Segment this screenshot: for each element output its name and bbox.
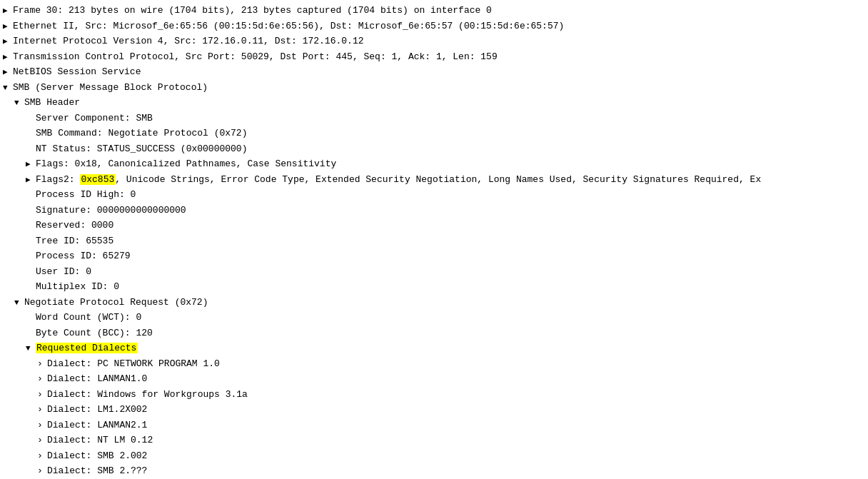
tree-row-dialect-6[interactable]: Dialect: NT LM 0.12	[0, 433, 868, 448]
tree-row-multiplex-id[interactable]: Multiplex ID: 0	[0, 279, 868, 295]
expander-tcp[interactable]	[3, 51, 13, 64]
row-text-reserved: Reserved: 0000	[36, 218, 113, 233]
row-text-dialect-4: Dialect: LM1.2X002	[47, 403, 147, 417]
row-text-server-component: Server Component: SMB	[36, 111, 153, 126]
row-text-ip: Internet Protocol Version 4, Src: 172.16…	[13, 34, 363, 49]
row-text-dialect-2: Dialect: LANMAN1.0	[47, 372, 147, 386]
tree-row-netbios[interactable]: NetBIOS Session Service	[0, 64, 868, 80]
expander-dialect-2[interactable]	[37, 372, 47, 386]
row-text-tcp: Transmission Control Protocol, Src Port:…	[13, 50, 498, 64]
tree-row-reserved[interactable]: Reserved: 0000	[0, 218, 868, 233]
row-text-netbios: NetBIOS Session Service	[13, 65, 141, 79]
tree-row-process-id[interactable]: Process ID: 65279	[0, 248, 868, 264]
tree-row-tree-id[interactable]: Tree ID: 65535	[0, 233, 868, 249]
row-text-negotiate-request: Negotiate Protocol Request (0x72)	[24, 296, 208, 310]
row-text-process-id: Process ID: 65279	[36, 249, 131, 263]
row-text-dialect-3: Dialect: Windows for Workgroups 3.1a	[47, 388, 248, 402]
tree-row-dialect-1[interactable]: Dialect: PC NETWORK PROGRAM 1.0	[0, 356, 868, 372]
row-text-dialect-5: Dialect: LANMAN2.1	[47, 418, 147, 433]
tree-row-signature[interactable]: Signature: 0000000000000000	[0, 203, 868, 218]
row-text-dialect-8: Dialect: SMB 2.???	[47, 464, 147, 478]
row-text-smb-command: SMB Command: Negotiate Protocol (0x72)	[36, 126, 247, 141]
expander-dialect-8[interactable]	[37, 464, 47, 478]
expander-dialect-5[interactable]	[37, 418, 47, 433]
tree-row-byte-count[interactable]: Byte Count (BCC): 120	[0, 326, 868, 341]
tree-row-nt-status[interactable]: NT Status: STATUS_SUCCESS (0x00000000)	[0, 141, 868, 157]
row-text-nt-status: NT Status: STATUS_SUCCESS (0x00000000)	[36, 142, 247, 156]
tree-row-ip[interactable]: Internet Protocol Version 4, Src: 172.16…	[0, 34, 868, 49]
tree-row-dialect-4[interactable]: Dialect: LM1.2X002	[0, 402, 868, 418]
expander-ethernet[interactable]	[3, 21, 13, 33]
expander-ip[interactable]	[3, 36, 13, 48]
expander-dialect-7[interactable]	[37, 449, 47, 463]
tree-row-word-count[interactable]: Word Count (WCT): 0	[0, 310, 868, 326]
flags2-highlight: 0xc853	[80, 174, 115, 185]
expander-dialect-1[interactable]	[37, 357, 47, 371]
expander-netbios[interactable]	[3, 66, 13, 79]
tree-row-dialect-8[interactable]: Dialect: SMB 2.???	[0, 463, 868, 479]
expander-dialect-3[interactable]	[37, 388, 47, 402]
tree-row-smb-header[interactable]: SMB Header	[0, 95, 868, 111]
row-text-flags: Flags: 0x18, Canonicalized Pathnames, Ca…	[36, 157, 336, 171]
tree-row-dialect-3[interactable]: Dialect: Windows for Workgroups 3.1a	[0, 387, 868, 403]
row-text-dialect-6: Dialect: NT LM 0.12	[47, 433, 153, 448]
row-text-ethernet: Ethernet II, Src: Microsof_6e:65:56 (00:…	[13, 19, 564, 34]
packet-tree: Frame 30: 213 bytes on wire (1704 bits),…	[0, 0, 868, 479]
row-text-tree-id: Tree ID: 65535	[36, 234, 113, 248]
tree-row-dialect-2[interactable]: Dialect: LANMAN1.0	[0, 371, 868, 387]
tree-row-tcp[interactable]: Transmission Control Protocol, Src Port:…	[0, 49, 868, 65]
expander-flags[interactable]	[26, 158, 36, 171]
tree-row-smb-command[interactable]: SMB Command: Negotiate Protocol (0x72)	[0, 126, 868, 141]
expander-smb[interactable]	[3, 82, 13, 94]
expander-negotiate-request[interactable]	[14, 297, 24, 309]
tree-row-frame[interactable]: Frame 30: 213 bytes on wire (1704 bits),…	[0, 3, 868, 19]
tree-row-flags2[interactable]: Flags2: 0xc853, Unicode Strings, Error C…	[0, 172, 868, 188]
tree-row-user-id[interactable]: User ID: 0	[0, 264, 868, 280]
row-text-multiplex-id: Multiplex ID: 0	[36, 280, 119, 294]
expander-dialect-6[interactable]	[37, 433, 47, 448]
row-text-smb: SMB (Server Message Block Protocol)	[13, 81, 208, 95]
requested-dialects-highlight: Requested Dialects	[36, 343, 137, 353]
expander-dialect-4[interactable]	[37, 403, 47, 417]
tree-row-flags[interactable]: Flags: 0x18, Canonicalized Pathnames, Ca…	[0, 156, 868, 172]
row-text-smb-header: SMB Header	[24, 96, 80, 110]
tree-row-ethernet[interactable]: Ethernet II, Src: Microsof_6e:65:56 (00:…	[0, 19, 868, 34]
row-text-word-count: Word Count (WCT): 0	[36, 311, 141, 325]
row-text-flags2: Flags2: 0xc853, Unicode Strings, Error C…	[36, 173, 761, 187]
row-text-process-id-high: Process ID High: 0	[36, 188, 136, 202]
expander-requested-dialects[interactable]	[26, 343, 36, 355]
expander-frame[interactable]	[3, 5, 13, 17]
tree-row-process-id-high[interactable]: Process ID High: 0	[0, 187, 868, 203]
row-text-dialect-1: Dialect: PC NETWORK PROGRAM 1.0	[47, 357, 220, 371]
row-text-byte-count: Byte Count (BCC): 120	[36, 326, 153, 341]
tree-row-server-component[interactable]: Server Component: SMB	[0, 111, 868, 126]
expander-flags2[interactable]	[26, 174, 36, 186]
tree-row-smb[interactable]: SMB (Server Message Block Protocol)	[0, 80, 868, 96]
tree-row-requested-dialects[interactable]: Requested Dialects	[0, 341, 868, 356]
tree-row-negotiate-request[interactable]: Negotiate Protocol Request (0x72)	[0, 295, 868, 311]
row-text-requested-dialects: Requested Dialects	[36, 341, 137, 356]
tree-row-dialect-5[interactable]: Dialect: LANMAN2.1	[0, 418, 868, 433]
row-text-signature: Signature: 0000000000000000	[36, 203, 186, 218]
row-text-frame: Frame 30: 213 bytes on wire (1704 bits),…	[13, 4, 492, 18]
row-text-user-id: User ID: 0	[36, 265, 91, 279]
tree-row-dialect-7[interactable]: Dialect: SMB 2.002	[0, 448, 868, 464]
expander-smb-header[interactable]	[14, 97, 24, 109]
row-text-dialect-7: Dialect: SMB 2.002	[47, 449, 147, 463]
